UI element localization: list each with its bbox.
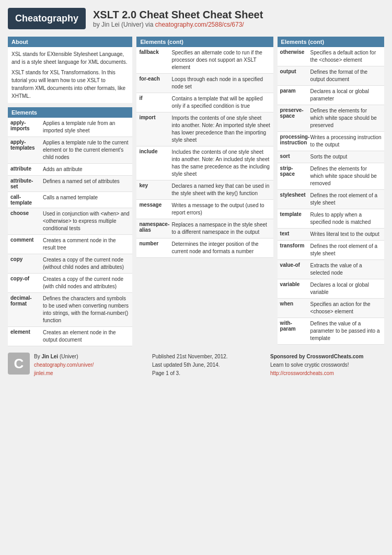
entry-val: Defines the elements for which white spa… (308, 163, 384, 189)
table-row: comment Creates a comment node in the re… (8, 235, 132, 254)
table-row: otherwise Specifies a default action for… (278, 47, 384, 66)
entry-key: value-of (278, 260, 308, 279)
about-section: About XSL stands for EXtensible Styleshe… (8, 37, 132, 103)
table-row: attribute-set Defines a named set of att… (8, 176, 132, 192)
table-row: text Writes literal text to the output (278, 229, 384, 241)
footer-author: By Jin Lei (Univer) cheatography.com/uni… (34, 353, 148, 378)
entry-val: Defines the root element of a style shee… (308, 190, 384, 209)
entry-val: Sorts the output (308, 151, 350, 163)
footer-sponsor-link[interactable]: http://crosswordcheats.com (270, 370, 334, 376)
footer-published-date: Published 21st November, 2012. (152, 353, 266, 361)
elements-list: apply-imports Applies a template rule fr… (8, 118, 132, 346)
entry-key: preserve-space (278, 105, 308, 131)
logo: Cheatography (8, 8, 86, 29)
table-row: transform Defines the root element of a … (278, 241, 384, 260)
entry-val: Calls a named template (40, 192, 100, 208)
mid-column: Elements (cont) fallback Specifies an al… (136, 37, 273, 258)
table-row: output Defines the format of the output … (278, 66, 384, 86)
table-row: apply-imports Applies a template rule fr… (8, 118, 132, 137)
entry-val: Applies a template rule from an imported… (40, 118, 132, 137)
footer-updated-date: Last updated 5th June, 2014. (152, 361, 266, 369)
table-row: with-param Defines the value of a parame… (278, 318, 384, 345)
byline: by Jin Lei (Univer) via cheatography.com… (93, 21, 263, 28)
entry-val: Includes the contents of one style sheet… (169, 146, 273, 180)
entry-key: transform (278, 241, 308, 259)
table-row: stylesheet Defines the root element of a… (278, 190, 384, 209)
table-row: copy-of Creates a copy of the current no… (8, 274, 132, 293)
entry-key: apply-templates (8, 137, 40, 163)
entry-val: Defines the elements for which white spa… (308, 105, 384, 131)
table-row: sort Sorts the output (278, 151, 384, 163)
entry-val: Creates a comment node in the result tre… (40, 235, 132, 254)
entry-key: number (136, 239, 169, 257)
entry-key: stylesheet (278, 190, 308, 209)
entry-val: Defines the root element of a style shee… (308, 241, 384, 259)
table-row: choose Used in conjunction with <when> a… (8, 208, 132, 235)
table-row: key Declares a named key that can be use… (136, 180, 273, 200)
footer: C By Jin Lei (Univer) cheatography.com/u… (8, 353, 384, 378)
table-row: template Rules to apply when a specified… (278, 209, 384, 229)
elements-right-list: otherwise Specifies a default action for… (278, 47, 384, 345)
footer-author-link2[interactable]: jinlei.me (34, 370, 53, 376)
table-row: call-template Calls a named template (8, 192, 132, 208)
entry-val: Specifies a default action for the <choo… (308, 47, 384, 66)
about-para-1: XSL stands for EXtensible Stylesheet Lan… (11, 50, 129, 66)
footer-author-name: By Jin Lei (Univer) (34, 353, 148, 361)
entry-key: processing-instruction (278, 132, 308, 151)
entry-val: Defines the characters and symbols to be… (40, 293, 132, 326)
cheatography-link[interactable]: cheatography.com/2588/cs/673/ (155, 21, 244, 28)
entry-key: element (8, 327, 40, 346)
entry-val: Used in conjunction with <when> and <oth… (40, 208, 132, 234)
entry-val: Loops through each node in a specified n… (169, 74, 273, 93)
entry-val: Extracts the value of a selected node (308, 260, 384, 279)
page-title: XSLT 2.0 Cheat Sheet Cheat Sheet (93, 9, 263, 21)
footer-author-link1[interactable]: cheatography.com/univer/ (34, 362, 94, 368)
entry-val: Determines the integer position of the c… (169, 239, 273, 257)
table-row: apply-templates Applies a template rule … (8, 137, 132, 164)
entry-key: if (136, 93, 169, 112)
footer-page: Page 1 of 3. (152, 369, 266, 378)
entry-key: sort (278, 151, 308, 163)
entry-val: Creates a copy of the current node (with… (40, 274, 132, 292)
entry-val: Defines a named set of attributes (40, 176, 122, 191)
entry-val: Writes a processing instruction to the o… (308, 132, 384, 151)
entry-val: Declares a local or global variable (308, 279, 384, 298)
table-row: number Determines the integer position o… (136, 239, 273, 258)
entry-val: Creates an element node in the output do… (40, 327, 132, 346)
about-text: XSL stands for EXtensible Stylesheet Lan… (8, 47, 132, 103)
table-row: copy Creates a copy of the current node … (8, 254, 132, 274)
table-row: when Specifies an action for the <choose… (278, 299, 384, 318)
table-row: param Declares a local or global paramet… (278, 86, 384, 105)
table-row: include Includes the contents of one sty… (136, 146, 273, 180)
entry-key: copy (8, 254, 40, 273)
entry-key: namespace-alias (136, 219, 169, 238)
table-row: processing-instruction Writes a processi… (278, 132, 384, 151)
entry-val: Rules to apply when a specified node is … (308, 209, 384, 228)
entry-val: Declares a local or global parameter (308, 86, 384, 105)
entry-key: key (136, 180, 169, 199)
about-header: About (8, 37, 132, 47)
entry-key: copy-of (8, 274, 40, 292)
table-row: variable Declares a local or global vari… (278, 279, 384, 299)
entry-key: attribute-set (8, 176, 40, 191)
about-para-2: XSLT stands for XSL Transformations. In … (11, 69, 129, 100)
header: Cheatography XSLT 2.0 Cheat Sheet Cheat … (8, 8, 384, 29)
entry-val: Contains a template that will be applied… (169, 93, 273, 112)
table-row: namespace-alias Replaces a namespace in … (136, 219, 273, 239)
left-column: About XSL stands for EXtensible Styleshe… (8, 37, 132, 346)
entry-key: strip-space (278, 163, 308, 189)
entry-val: Adds an attribute (40, 164, 85, 175)
entry-key: otherwise (278, 47, 308, 66)
entry-key: decimal-format (8, 293, 40, 326)
table-row: for-each Loops through each node in a sp… (136, 74, 273, 93)
footer-sponsor: Sponsored by CrosswordCheats.com Learn t… (270, 353, 384, 378)
table-row: value-of Extracts the value of a selecte… (278, 260, 384, 279)
entry-key: attribute (8, 164, 40, 175)
entry-key: when (278, 299, 308, 318)
right-column: Elements (cont) otherwise Specifies a de… (278, 37, 384, 345)
footer-sponsor-bold: Sponsored by CrosswordCheats.com (270, 353, 384, 361)
entry-key: for-each (136, 74, 169, 93)
entry-val: Creates a copy of the current node (with… (40, 254, 132, 273)
table-row: element Creates an element node in the o… (8, 327, 132, 346)
table-row: attribute Adds an attribute (8, 164, 132, 176)
